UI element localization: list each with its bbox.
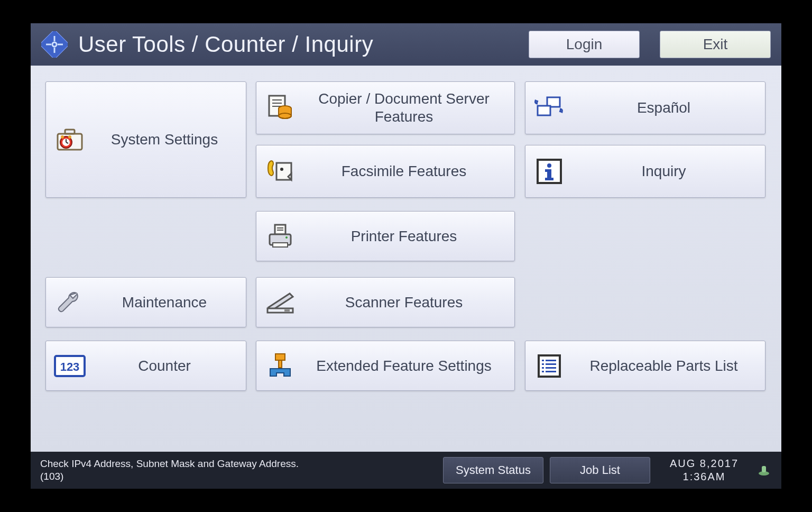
svg-rect-32 [275,354,285,360]
svg-text:123: 123 [60,360,80,373]
replaceable-parts-list-button[interactable]: Replaceable Parts List [525,341,765,391]
svg-point-23 [280,168,283,171]
language-switch-icon [525,94,573,122]
status-message: Check IPv4 Address, Subnet Mask and Gate… [40,458,443,483]
system-settings-button[interactable]: System Settings [45,81,246,198]
scanner-icon [256,289,304,316]
svg-point-37 [547,163,551,168]
counter-123-icon: 123 [46,355,94,377]
app-diamond-icon [41,31,68,58]
svg-point-12 [61,135,64,139]
job-list-label: Job List [580,463,620,477]
login-button[interactable]: Login [529,31,640,58]
extended-feature-settings-button[interactable]: Extended Feature Settings [256,341,515,391]
svg-rect-48 [542,371,544,372]
facsimile-features-button[interactable]: Facsimile Features [256,145,515,198]
inquiry-button[interactable]: Inquiry [525,145,765,198]
facsimile-label: Facsimile Features [304,162,514,180]
copier-doc-server-label: Copier / Document Server Features [304,90,514,125]
main-area: System Settings Maintenance 123 Counter [31,66,781,452]
time-text: 1:36AM [657,470,752,483]
maintenance-button[interactable]: Maintenance [45,277,246,327]
svg-rect-31 [284,309,290,312]
status-code: (103) [40,470,443,483]
svg-rect-46 [542,367,544,369]
language-button[interactable]: Español [525,81,765,134]
scanner-features-button[interactable]: Scanner Features [256,277,515,327]
svg-rect-49 [546,371,556,372]
system-status-label: System Status [456,463,531,477]
wrench-icon [46,288,94,317]
fax-phone-icon [256,158,304,185]
inquiry-label: Inquiry [573,162,765,180]
screen: User Tools / Counter / Inquiry Login Exi… [31,23,781,489]
svg-rect-47 [546,367,556,369]
svg-point-29 [285,236,288,239]
system-settings-label: System Settings [94,131,246,149]
scanner-label: Scanner Features [304,294,514,312]
svg-rect-7 [65,130,75,134]
svg-rect-41 [539,355,560,377]
language-label: Español [573,99,765,117]
svg-rect-45 [546,363,556,365]
svg-rect-40 [545,178,553,180]
copier-doc-server-button[interactable]: Copier / Document Server Features [256,81,515,134]
date-text: AUG 8,2017 [657,457,752,470]
svg-rect-51 [762,466,766,472]
titlebar: User Tools / Counter / Inquiry Login Exi… [31,23,781,66]
printer-features-button[interactable]: Printer Features [256,211,515,261]
svg-rect-42 [542,360,544,361]
svg-point-13 [68,135,71,139]
datetime: AUG 8,2017 1:36AM [657,457,752,483]
system-status-button[interactable]: System Status [443,457,543,483]
svg-rect-39 [545,169,550,172]
svg-rect-44 [542,363,544,365]
printer-label: Printer Features [304,227,514,245]
extended-feature-label: Extended Feature Settings [304,357,514,375]
info-icon [525,157,573,186]
svg-rect-0 [41,31,68,58]
exit-label: Exit [703,36,728,53]
network-icon [757,463,772,478]
parts-list-label: Replaceable Parts List [573,357,765,375]
exit-button[interactable]: Exit [660,31,771,58]
counter-label: Counter [94,357,246,375]
maintenance-label: Maintenance [94,294,246,312]
svg-rect-43 [546,360,556,361]
extended-feature-icon [256,352,304,380]
page-title: User Tools / Counter / Inquiry [78,32,518,57]
footer: Check IPv4 Address, Subnet Mask and Gate… [31,452,781,489]
printer-icon [256,222,304,251]
list-icon [525,352,573,380]
status-text: Check IPv4 Address, Subnet Mask and Gate… [40,458,299,469]
svg-rect-28 [273,243,288,247]
svg-rect-35 [538,106,550,115]
briefcase-clock-icon [46,123,94,156]
document-database-icon [256,93,304,123]
job-list-button[interactable]: Job List [550,457,650,483]
svg-rect-33 [279,360,282,368]
counter-button[interactable]: 123 Counter [45,341,246,391]
login-label: Login [566,36,603,53]
